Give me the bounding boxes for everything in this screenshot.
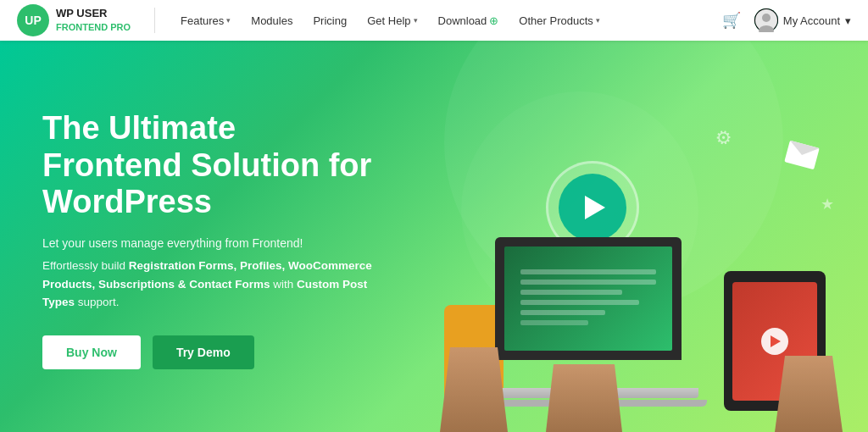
hero-desc: Effortlessly build Registration Forms, P…	[42, 257, 381, 312]
hero-illustration: ⚙ ★ $	[436, 110, 843, 432]
laptop-screen	[495, 237, 682, 360]
chevron-down-icon: ▾	[596, 16, 600, 25]
nav-items: Features ▾ Modules Pricing Get Help ▾ Do…	[172, 9, 722, 32]
hand-middle	[546, 364, 622, 432]
nav-item-other-products[interactable]: Other Products ▾	[510, 9, 608, 32]
chevron-down-icon: ▾	[845, 14, 851, 27]
svg-rect-9	[520, 300, 639, 305]
svg-rect-11	[520, 320, 588, 325]
envelope-icon	[784, 141, 820, 169]
nav-divider	[154, 8, 155, 33]
nav-item-download[interactable]: Download ⊕	[430, 9, 508, 32]
hand-right	[775, 356, 843, 432]
svg-point-4	[762, 14, 771, 22]
hero-right: ⚙ ★ $	[424, 41, 868, 432]
hero-content: The Ultimate Frontend Solution for WordP…	[0, 41, 868, 432]
wordpress-icon: ⊕	[489, 14, 498, 27]
chevron-down-icon: ▾	[226, 16, 231, 25]
avatar	[754, 8, 778, 32]
navbar: UP WP USER FRONTEND PRO Features ▾ Modul…	[0, 0, 868, 41]
nav-item-pricing[interactable]: Pricing	[304, 9, 355, 32]
logo-icon: UP	[17, 4, 49, 36]
hand-left	[440, 347, 508, 432]
star-icon: ★	[821, 195, 834, 213]
gear-icon: ⚙	[712, 125, 736, 151]
svg-rect-6	[520, 269, 656, 274]
chevron-down-icon: ▾	[414, 16, 418, 25]
hero-title: The Ultimate Frontend Solution for WordP…	[42, 110, 381, 221]
account-menu[interactable]: My Account ▾	[754, 8, 851, 32]
hero-subtitle: Let your users manage everything from Fr…	[42, 236, 381, 250]
play-triangle-icon	[585, 196, 605, 219]
buy-now-button[interactable]: Buy Now	[42, 335, 141, 369]
laptop-screen-content	[504, 246, 672, 351]
nav-right: 🛒 My Account ▾	[722, 8, 851, 32]
cart-icon[interactable]: 🛒	[722, 11, 741, 30]
play-button[interactable]	[559, 174, 626, 241]
tablet-play-icon	[771, 335, 781, 347]
tablet-play-button	[761, 328, 788, 355]
nav-item-modules[interactable]: Modules	[242, 9, 301, 32]
hero-buttons: Buy Now Try Demo	[42, 335, 381, 369]
brand-logo[interactable]: UP WP USER FRONTEND PRO	[17, 4, 131, 36]
try-demo-button[interactable]: Try Demo	[153, 335, 254, 369]
nav-item-gethelp[interactable]: Get Help ▾	[359, 9, 426, 32]
hero-left: The Ultimate Frontend Solution for WordP…	[0, 41, 424, 432]
svg-rect-7	[520, 280, 656, 285]
svg-text:UP: UP	[25, 14, 41, 27]
nav-item-features[interactable]: Features ▾	[172, 9, 239, 32]
hero-section: The Ultimate Frontend Solution for WordP…	[0, 41, 868, 432]
svg-rect-8	[520, 290, 622, 295]
svg-rect-10	[520, 310, 605, 315]
brand-text: WP USER FRONTEND PRO	[56, 7, 131, 33]
